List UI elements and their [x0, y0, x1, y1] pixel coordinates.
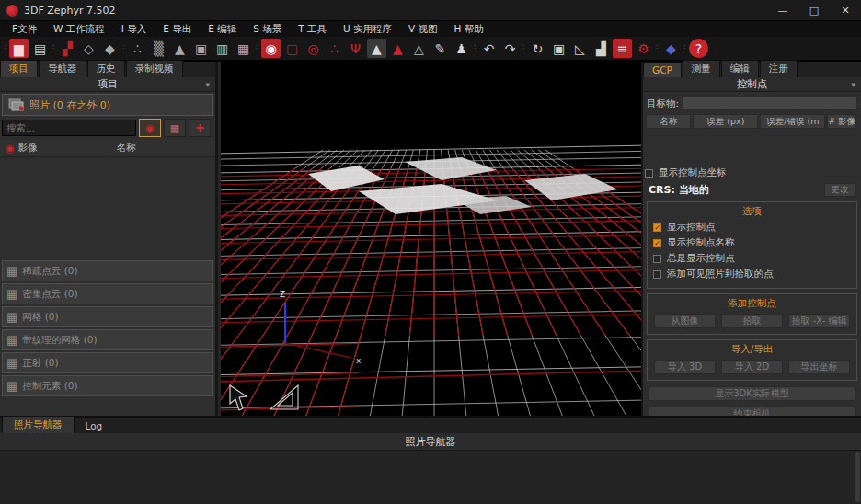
- mesh-wireframe-icon[interactable]: △: [409, 39, 429, 58]
- tree-item-正射-0-[interactable]: ▦正射 (0): [2, 352, 213, 373]
- scrollbar[interactable]: [855, 452, 860, 502]
- gcp-panel: GCP测量编辑注册 控制点 ▾ 目标物: 名称误差 (px)误差/错误 (m# …: [641, 62, 861, 416]
- help-icon[interactable]: ?: [689, 39, 708, 58]
- checkbox[interactable]: [653, 255, 661, 263]
- tab-照片导航器[interactable]: 照片导航器: [2, 416, 75, 433]
- 3d-viewport[interactable]: Zx: [221, 62, 641, 416]
- ie-button-导入-2D[interactable]: 导入 2D: [721, 360, 783, 374]
- ruler-icon[interactable]: ◺: [570, 39, 590, 58]
- menu-item-9[interactable]: H 帮助: [446, 22, 492, 37]
- menu-item-3[interactable]: E 导出: [155, 22, 200, 37]
- orbit-icon[interactable]: ↻: [528, 39, 547, 58]
- acp-button-拾取-X-编辑[interactable]: 拾取 -X- 编辑: [788, 314, 850, 328]
- tab-Log[interactable]: Log: [75, 418, 114, 433]
- undo-icon[interactable]: ↶: [479, 39, 499, 58]
- tree-item-label: 网格 (0): [22, 311, 58, 324]
- menu-item-0[interactable]: F文件: [4, 22, 45, 37]
- crs-change-button[interactable]: 更改: [824, 183, 855, 197]
- option-row: 添加可见照片到拾取的点: [653, 268, 851, 281]
- dense-cloud-icon[interactable]: ◆: [100, 39, 120, 58]
- target-input[interactable]: [683, 97, 857, 110]
- column-visibility-label[interactable]: 影像: [18, 142, 38, 155]
- open-project-icon[interactable]: ▤: [30, 39, 50, 58]
- redo-icon[interactable]: ↷: [500, 39, 520, 58]
- zoom-region-icon[interactable]: ▣: [549, 39, 568, 58]
- mesh-shaded-icon[interactable]: ▲: [367, 39, 386, 58]
- acp-button-从图像[interactable]: 从图像: [654, 314, 716, 328]
- gcp-column--影像[interactable]: # 影像: [827, 114, 856, 129]
- tab-项目[interactable]: 项目: [0, 60, 38, 77]
- tab-GCP[interactable]: GCP: [643, 62, 682, 77]
- add-mesh-icon[interactable]: ▲: [170, 39, 189, 58]
- checkbox[interactable]: [653, 270, 661, 279]
- tab-测量[interactable]: 测量: [683, 60, 720, 77]
- settings-gear-icon[interactable]: ⚙: [634, 39, 653, 58]
- tab-导航器[interactable]: 导航器: [39, 60, 86, 77]
- tab-录制视频[interactable]: 录制视频: [126, 60, 183, 77]
- chart-icon[interactable]: ▟: [591, 39, 611, 58]
- ie-button-导出坐标[interactable]: 导出坐标: [788, 360, 850, 374]
- stereo-view-icon[interactable]: ◆: [661, 39, 681, 58]
- collapse-icon[interactable]: ▾: [851, 80, 855, 89]
- people-group-icon[interactable]: ♟: [452, 39, 471, 58]
- new-project-icon[interactable]: ▆: [9, 39, 29, 58]
- checkbox[interactable]: [645, 169, 653, 178]
- add-textured-mesh-icon[interactable]: ▣: [191, 39, 211, 58]
- menu-item-7[interactable]: U 实用程序: [335, 22, 400, 37]
- menu-item-8[interactable]: V 视图: [400, 22, 446, 37]
- tab-编辑[interactable]: 编辑: [721, 60, 759, 77]
- dem-grid-icon[interactable]: ▦: [234, 39, 253, 58]
- brush-icon[interactable]: ✎: [430, 39, 450, 58]
- filter-cameras-button[interactable]: ◉: [139, 119, 161, 137]
- gcp-column-名称[interactable]: 名称: [646, 114, 691, 129]
- collapse-icon[interactable]: ▾: [205, 80, 210, 89]
- checkbox[interactable]: ✓: [653, 223, 661, 232]
- gcp-column-误差-错误-m[interactable]: 误差/错误 (m: [760, 114, 825, 129]
- menu-item-6[interactable]: T 工具: [290, 22, 335, 37]
- project-panel-header[interactable]: 项目 ▾: [0, 77, 215, 92]
- checkbox[interactable]: ✓: [653, 239, 661, 247]
- tree-item-带纹理的网格-0-[interactable]: ▦带纹理的网格 (0): [2, 329, 213, 350]
- mesh-red-icon[interactable]: ▲: [388, 39, 408, 58]
- tree-item-网格-0-[interactable]: ▦网格 (0): [2, 306, 213, 327]
- camera-icon[interactable]: ◉: [261, 39, 281, 58]
- tree-item-密集点云-0-[interactable]: ▦密集点云 (0): [2, 283, 213, 304]
- menu-item-5[interactable]: S 场景: [245, 22, 290, 37]
- photo-navigator-body[interactable]: [0, 451, 861, 504]
- clear-filter-button[interactable]: ✚: [189, 119, 211, 137]
- acp-button-拾取[interactable]: 拾取: [721, 314, 783, 328]
- search-input[interactable]: [2, 120, 136, 136]
- cube-stack-icon: ▦: [6, 264, 17, 278]
- gcp-panel-header[interactable]: 控制点 ▾: [643, 77, 861, 92]
- report-icon[interactable]: ≡: [613, 39, 632, 58]
- graph-nodes-icon[interactable]: ∴: [325, 39, 344, 58]
- photos-tree-item[interactable]: 照片 (0 在之外 0): [2, 94, 213, 116]
- tab-注册[interactable]: 注册: [760, 60, 798, 77]
- tab-历史[interactable]: 历史: [87, 60, 125, 77]
- menu-item-2[interactable]: I 导入: [113, 22, 155, 37]
- add-dense-cloud-icon[interactable]: ▒: [149, 39, 168, 58]
- menu-item-1[interactable]: W 工作流程: [45, 22, 113, 37]
- close-button[interactable]: ✕: [830, 0, 861, 20]
- maximize-button[interactable]: □: [798, 0, 830, 20]
- column-name-label[interactable]: 名称: [38, 142, 215, 155]
- tree-item-控制元素-0-[interactable]: ▦控制元素 (0): [2, 375, 213, 396]
- minimize-button[interactable]: —: [767, 0, 798, 20]
- gcp-column-误差-px-[interactable]: 误差 (px): [693, 114, 758, 129]
- thumbnail-grid-button[interactable]: ▦: [164, 119, 186, 137]
- gcp-action-显示3DK实际模型[interactable]: 显示3DK实际模型: [649, 386, 855, 401]
- antenna-icon[interactable]: Ψ: [346, 39, 365, 58]
- cube-stack-icon: ▦: [6, 356, 17, 370]
- gcp-table-body[interactable]: [643, 131, 861, 164]
- menu-item-4[interactable]: E 编辑: [200, 22, 245, 37]
- photo-list-header[interactable]: ◉ 影像 名称: [0, 140, 215, 157]
- sparse-cloud-icon[interactable]: ◇: [79, 39, 98, 58]
- add-document-icon[interactable]: ▥: [212, 39, 232, 58]
- axis-z-label: Z: [280, 290, 285, 299]
- tree-item-稀疏点云-0-[interactable]: ▦稀疏点云 (0): [2, 260, 213, 281]
- ie-button-导入-3D[interactable]: 导入 3D: [654, 360, 716, 374]
- target-icon[interactable]: ◎: [304, 39, 323, 58]
- selection-box-icon[interactable]: ▢: [282, 39, 302, 58]
- add-sparse-cloud-icon[interactable]: ∴: [128, 39, 147, 58]
- import-photos-icon[interactable]: ▞: [58, 39, 77, 58]
